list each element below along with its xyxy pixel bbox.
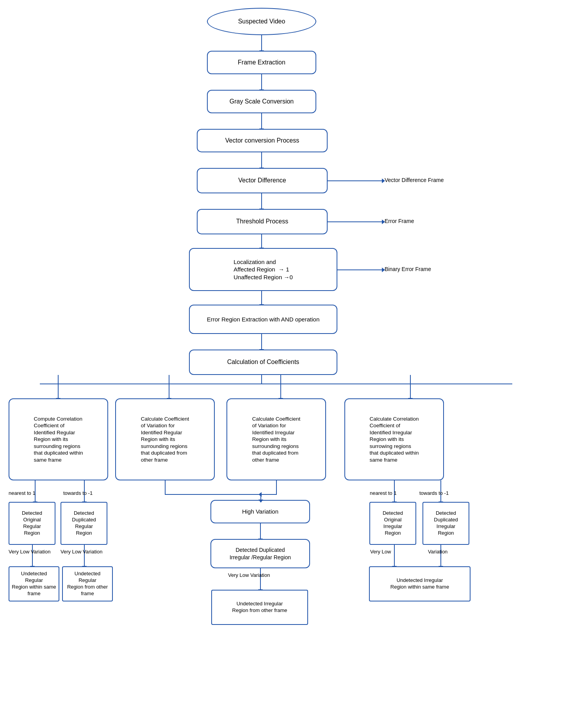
node-det-dup-irreg-reg: Detected Duplicated Irregular /Regular R… bbox=[210, 539, 310, 568]
label-vlv1: Very Low Variation bbox=[9, 549, 50, 555]
arrow-box3-hv-h bbox=[261, 494, 277, 495]
arrow-vlv3-v bbox=[260, 568, 261, 590]
arrow-vlv5-v bbox=[440, 545, 441, 566]
arrow-horiz-branch bbox=[40, 384, 512, 384]
arrow-box3-hv bbox=[276, 480, 277, 494]
node-undet-irreg-other: Undetected Irregular Region from other f… bbox=[211, 590, 308, 625]
node-undet-reg-other: Undetected Regular Region from other fra… bbox=[62, 566, 113, 601]
arrow-box2-v bbox=[169, 375, 169, 398]
node-frame-extraction: Frame Extraction bbox=[207, 51, 316, 74]
label-vlv2: Very Low Variation bbox=[61, 549, 102, 555]
arrow-box3-v bbox=[280, 375, 281, 398]
arrow-calc-h bbox=[261, 375, 262, 384]
arrow-7 bbox=[261, 291, 262, 305]
arrow-1 bbox=[261, 35, 262, 51]
node-box4: Calculate Correlation Coefficient of Ide… bbox=[344, 398, 444, 480]
arrow-3 bbox=[261, 113, 262, 129]
arrow-vdf-h bbox=[328, 180, 382, 181]
node-undet-irreg-same: Undetected Irregular Region within same … bbox=[369, 566, 471, 601]
label-vlv4: Very Low bbox=[370, 549, 391, 555]
node-box2: Calculate Coefficient of Variation for I… bbox=[115, 398, 215, 480]
node-error-region: Error Region Extraction with AND operati… bbox=[189, 305, 337, 334]
node-vector-difference: Vector Difference bbox=[197, 168, 328, 193]
node-calc-coeff: Calculation of Coefficients bbox=[189, 350, 337, 375]
arrow-vlv1-v bbox=[32, 545, 33, 566]
node-box1: Compute Correlation Coefficient of Ident… bbox=[9, 398, 108, 480]
node-suspected-video: Suspected Video bbox=[207, 8, 316, 35]
arrow-vlv4-v bbox=[394, 545, 395, 566]
arrow-4 bbox=[261, 152, 262, 168]
label-vdf: Vector Difference Frame bbox=[385, 177, 444, 183]
label-variation4: Variation bbox=[428, 549, 447, 555]
node-localization: Localization and Affected Region → 1 Una… bbox=[189, 248, 337, 291]
label-nearest1-left: nearest to 1 bbox=[9, 490, 36, 496]
arrow-hv-dup bbox=[260, 523, 261, 539]
arrow-box2-hv bbox=[165, 480, 166, 494]
arrow-6 bbox=[261, 234, 262, 248]
label-nearest1-right: nearest to 1 bbox=[370, 490, 397, 496]
flowchart: Suspected Video Frame Extraction Gray Sc… bbox=[0, 0, 565, 728]
arrow-8 bbox=[261, 334, 262, 350]
node-box3: Calculate Coefficient of Variation for I… bbox=[226, 398, 326, 480]
arrow-box1-v bbox=[58, 375, 59, 398]
label-towards-neg1-right: towards to -1 bbox=[419, 490, 449, 496]
node-det-orig-reg: Detected Original Regular Region bbox=[9, 502, 55, 545]
arrow-box2-hv-h bbox=[165, 494, 261, 495]
node-high-variation: High Variation bbox=[210, 500, 310, 523]
label-vlv3: Very Low Variation bbox=[228, 572, 270, 578]
node-vector-conversion: Vector conversion Process bbox=[197, 129, 328, 152]
node-det-dup-reg: Detected Duplicated Regular Region bbox=[61, 502, 107, 545]
arrow-box4-v bbox=[410, 375, 411, 398]
arrow-bef-h bbox=[337, 269, 382, 270]
node-det-orig-irreg: Detected Original Irregular Region bbox=[369, 502, 416, 545]
node-undet-reg-same: Undetected Regular Region within same fr… bbox=[9, 566, 59, 601]
node-threshold: Threshold Process bbox=[197, 209, 328, 234]
node-gray-scale: Gray Scale Conversion bbox=[207, 90, 316, 113]
label-bef: Binary Error Frame bbox=[385, 266, 431, 272]
arrow-ef-h bbox=[328, 221, 382, 222]
label-ef: Error Frame bbox=[385, 218, 414, 224]
node-det-dup-irreg: Detected Duplicated Irregular Region bbox=[422, 502, 469, 545]
arrow-2 bbox=[261, 74, 262, 90]
arrow-vlv2-v bbox=[84, 545, 85, 566]
label-towards-neg1-left: towards to -1 bbox=[63, 490, 93, 496]
arrow-bottom-right-h bbox=[394, 566, 441, 567]
arrow-5 bbox=[261, 193, 262, 209]
